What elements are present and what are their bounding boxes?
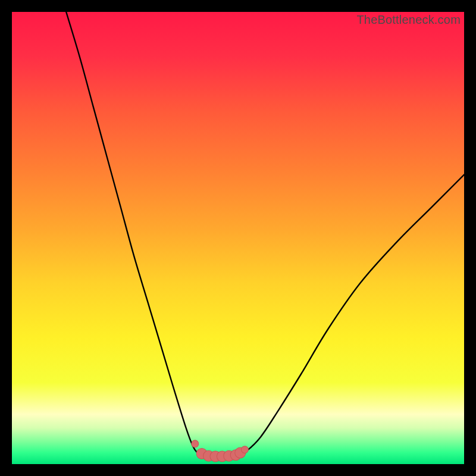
valley-marker-dot xyxy=(192,440,199,447)
plot-area: TheBottleneck.com xyxy=(12,12,464,464)
outer-frame: TheBottleneck.com xyxy=(0,0,476,476)
right-curve xyxy=(238,175,464,455)
valley-markers xyxy=(192,440,249,462)
valley-marker-dot xyxy=(241,446,248,453)
chart-curves xyxy=(12,12,464,464)
left-curve xyxy=(66,12,202,455)
